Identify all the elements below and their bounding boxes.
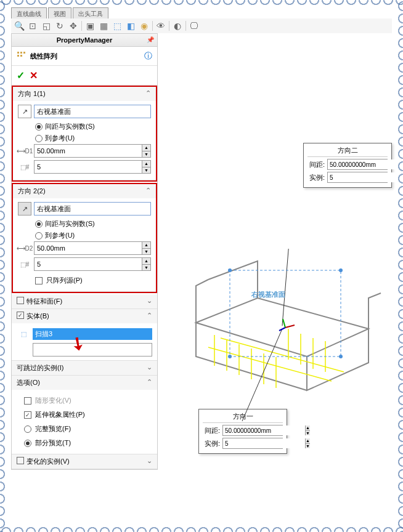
expand-icon: ⌄: [147, 363, 152, 373]
count-icon: ⬚#: [18, 160, 31, 174]
section-icon[interactable]: ▣: [84, 20, 96, 31]
svg-rect-19: [230, 270, 341, 357]
spin-up[interactable]: ▲: [142, 258, 150, 265]
radio-icon: [35, 220, 43, 228]
full-preview-radio[interactable]: 完整预览(F): [17, 422, 152, 436]
dir2-distance-spinner[interactable]: ▲▼: [34, 241, 151, 255]
vary-sketch-check[interactable]: 随形变化(V): [17, 393, 152, 408]
pm-title-row: 线性阵列 ⓘ: [12, 47, 157, 66]
count-icon: ⬚#: [18, 257, 31, 271]
rotate-icon[interactable]: ↻: [54, 20, 65, 31]
property-manager-panel: PropertyManager 📌 线性阵列 ⓘ ✓ ✕ 方向 1(1) ⌃ ↗…: [11, 33, 158, 470]
scene-icon[interactable]: ◉: [139, 20, 150, 31]
cube2-icon[interactable]: ◧: [125, 20, 136, 31]
options-header[interactable]: 选项(O) ⌃: [12, 376, 157, 390]
skip-section: 可跳过的实例(I) ⌄: [12, 361, 157, 376]
expand-icon: ⌄: [147, 297, 152, 306]
feat-faces-header[interactable]: 特征和面(F) ⌄: [12, 294, 157, 308]
cancel-button[interactable]: ✕: [30, 70, 38, 81]
spin-down[interactable]: ▼: [142, 151, 150, 158]
direction-2-section: 方向 2(2) ⌃ ↗ 右视基准面 间距与实例数(S) 到参考(U) ⟷D2 ▲…: [13, 184, 156, 292]
dir2-distance-input[interactable]: [35, 242, 142, 254]
3d-model: 右视基准面: [171, 249, 387, 421]
radio-icon: [35, 232, 43, 240]
direction-1-section: 方向 1(1) ⌃ ↗ 右视基准面 间距与实例数(S) 到参考(U) ⟷D1 ▲…: [13, 87, 156, 180]
spin-up[interactable]: ▲: [142, 161, 150, 167]
callout-count-spinner[interactable]: ▲▼: [222, 438, 283, 449]
spin-up[interactable]: ▲: [142, 145, 150, 151]
appearance-icon[interactable]: ◐: [172, 20, 183, 31]
dir1-spacing-radio[interactable]: 间距与实例数(S): [18, 121, 151, 132]
dir1-count-spinner[interactable]: ▲▼: [34, 160, 151, 174]
pm-feature-name: 线性阵列: [30, 52, 144, 61]
dir1-upto-radio[interactable]: 到参考(U): [18, 132, 151, 144]
change-inst-header[interactable]: 变化的实例(V) ⌄: [12, 454, 157, 469]
svg-rect-4: [20, 55, 22, 57]
hide-show-icon[interactable]: 👁: [155, 20, 166, 31]
spin-down[interactable]: ▼: [142, 265, 150, 271]
body-list-empty[interactable]: [33, 343, 152, 357]
callout-spacing-spinner[interactable]: ▲▼: [222, 425, 283, 436]
plane-label: 右视基准面: [251, 291, 285, 298]
checkbox-icon: [17, 457, 24, 464]
geometry-pattern-check[interactable]: 延伸视象属性(P): [17, 408, 152, 422]
zoom-fit-icon[interactable]: ⊡: [27, 20, 38, 31]
direction-1-header[interactable]: 方向 1(1) ⌃: [13, 87, 156, 101]
pm-header: PropertyManager 📌: [12, 34, 157, 47]
checkbox-icon: [24, 397, 31, 405]
body-selection[interactable]: 扫描3: [33, 328, 152, 340]
dir2-count-input[interactable]: [35, 258, 142, 270]
pin-icon[interactable]: 📌: [146, 36, 155, 45]
direction-2-header[interactable]: 方向 2(2) ⌃: [13, 184, 156, 198]
svg-rect-0: [17, 52, 19, 54]
dir2-count-spinner[interactable]: ▲▼: [34, 257, 151, 271]
spin-up[interactable]: ▲: [142, 242, 150, 249]
body-icon: ⬚: [17, 327, 30, 341]
skip-header[interactable]: 可跳过的实例(I) ⌄: [12, 361, 157, 375]
callout-spacing-spinner[interactable]: ▲▼: [327, 159, 388, 170]
checkbox-icon: [17, 297, 24, 304]
collapse-icon: ⌃: [145, 89, 151, 99]
linear-pattern-icon: [17, 51, 26, 61]
pan-icon[interactable]: ✥: [68, 20, 79, 31]
collapse-icon: ⌃: [147, 378, 152, 387]
svg-point-22: [228, 355, 232, 358]
graphics-viewport[interactable]: PropertyManager 📌 线性阵列 ⓘ ✓ ✕ 方向 1(1) ⌃ ↗…: [11, 33, 392, 521]
svg-rect-3: [17, 55, 19, 57]
dir1-distance-spinner[interactable]: ▲▼: [34, 144, 151, 158]
dir2-upto-radio[interactable]: 到参考(U): [18, 230, 151, 241]
callout-count-spinner[interactable]: ▲▼: [327, 172, 388, 183]
viewport-icon[interactable]: 🖵: [189, 20, 200, 31]
dir1-distance-input[interactable]: [35, 145, 142, 157]
direction-2-callout[interactable]: 方向二 间距: ▲▼ 实例: ▲▼: [303, 143, 392, 188]
magnify-icon[interactable]: 🔍: [14, 20, 25, 31]
spin-down[interactable]: ▼: [142, 249, 150, 255]
radio-icon: [35, 123, 43, 131]
callout2-title: 方向二: [307, 146, 388, 157]
dir2-spacing-radio[interactable]: 间距与实例数(S): [18, 218, 151, 230]
cube-icon[interactable]: ⬚: [112, 20, 123, 31]
dir2-reference-input[interactable]: 右视基准面: [34, 202, 151, 216]
help-icon[interactable]: ⓘ: [144, 50, 152, 62]
svg-point-21: [339, 268, 343, 272]
feat-faces-section: 特征和面(F) ⌄: [12, 294, 157, 309]
reverse-dir1-button[interactable]: ↗: [18, 105, 31, 118]
only-source-check[interactable]: 只阵列源(P): [18, 273, 151, 288]
svg-line-17: [282, 249, 295, 326]
reverse-dir2-button[interactable]: ↗: [18, 202, 31, 216]
bodies-header[interactable]: 实体(B) ⌃: [12, 309, 157, 323]
partial-preview-radio[interactable]: 部分预览(T): [17, 436, 152, 450]
spin-down[interactable]: ▼: [142, 167, 150, 174]
direction-1-title: 方向 1(1): [18, 89, 46, 99]
zoom-area-icon[interactable]: ◱: [41, 20, 52, 31]
dir1-reference-input[interactable]: 右视基准面: [34, 105, 151, 118]
display-style-icon[interactable]: ▦: [98, 20, 109, 31]
change-inst-section: 变化的实例(V) ⌄: [12, 454, 157, 469]
svg-line-25: [283, 319, 285, 328]
dir1-count-input[interactable]: [35, 161, 142, 173]
ok-button[interactable]: ✓: [17, 70, 25, 81]
svg-rect-2: [23, 52, 25, 54]
pm-header-text: PropertyManager: [57, 36, 112, 44]
svg-line-24: [285, 325, 295, 328]
collapse-icon: ⌃: [147, 312, 152, 321]
